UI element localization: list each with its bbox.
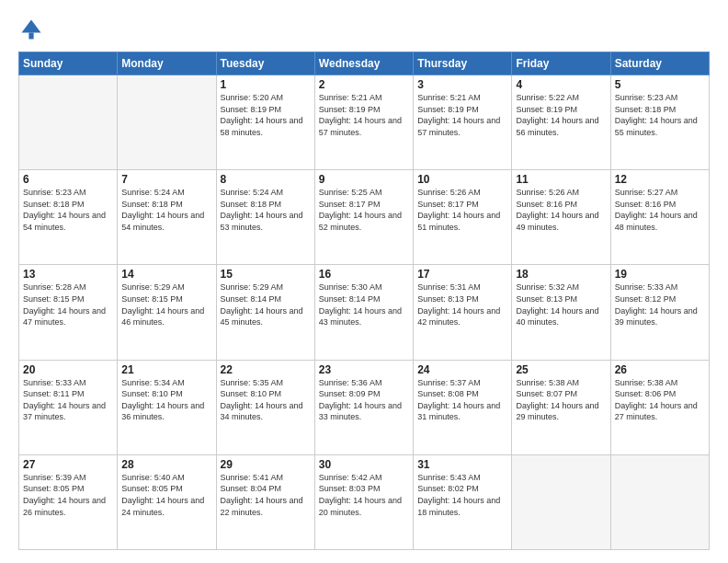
col-header-sunday: Sunday (19, 52, 118, 75)
day-number: 15 (221, 268, 311, 281)
calendar-cell: 21Sunrise: 5:34 AMSunset: 8:10 PMDayligh… (118, 360, 216, 454)
page: SundayMondayTuesdayWednesdayThursdayFrid… (0, 0, 728, 563)
cell-info: Sunrise: 5:22 AMSunset: 8:19 PMDaylight:… (516, 92, 606, 138)
calendar-cell: 11Sunrise: 5:26 AMSunset: 8:16 PMDayligh… (512, 170, 610, 265)
calendar-cell: 30Sunrise: 5:42 AMSunset: 8:03 PMDayligh… (314, 454, 413, 549)
day-number: 5 (615, 78, 705, 91)
day-number: 23 (319, 363, 409, 376)
cell-info: Sunrise: 5:41 AMSunset: 8:04 PMDaylight:… (221, 472, 311, 518)
day-number: 25 (516, 363, 606, 376)
calendar-cell: 19Sunrise: 5:33 AMSunset: 8:12 PMDayligh… (610, 265, 709, 360)
calendar-cell: 15Sunrise: 5:29 AMSunset: 8:14 PMDayligh… (216, 265, 314, 360)
col-header-friday: Friday (512, 52, 610, 75)
cell-info: Sunrise: 5:31 AMSunset: 8:13 PMDaylight:… (417, 282, 507, 327)
day-number: 7 (121, 173, 211, 186)
calendar-cell: 6Sunrise: 5:23 AMSunset: 8:18 PMDaylight… (19, 170, 118, 265)
cell-info: Sunrise: 5:24 AMSunset: 8:18 PMDaylight:… (121, 187, 211, 233)
cell-info: Sunrise: 5:35 AMSunset: 8:10 PMDaylight:… (221, 377, 311, 423)
day-number: 24 (417, 363, 507, 376)
logo-icon (18, 17, 44, 42)
day-number: 27 (23, 458, 113, 471)
cell-info: Sunrise: 5:42 AMSunset: 8:03 PMDaylight:… (319, 472, 409, 518)
cell-info: Sunrise: 5:37 AMSunset: 8:08 PMDaylight:… (417, 377, 507, 423)
calendar-cell: 12Sunrise: 5:27 AMSunset: 8:16 PMDayligh… (610, 170, 709, 265)
calendar-cell: 28Sunrise: 5:40 AMSunset: 8:05 PMDayligh… (118, 454, 216, 549)
cell-info: Sunrise: 5:20 AMSunset: 8:19 PMDaylight:… (221, 92, 311, 138)
cell-info: Sunrise: 5:28 AMSunset: 8:15 PMDaylight:… (23, 282, 113, 327)
day-number: 13 (23, 268, 113, 281)
cell-info: Sunrise: 5:30 AMSunset: 8:14 PMDaylight:… (319, 282, 409, 327)
day-number: 21 (121, 363, 211, 376)
calendar-cell: 17Sunrise: 5:31 AMSunset: 8:13 PMDayligh… (414, 265, 512, 360)
calendar-cell: 7Sunrise: 5:24 AMSunset: 8:18 PMDaylight… (118, 170, 216, 265)
calendar-cell: 26Sunrise: 5:38 AMSunset: 8:06 PMDayligh… (610, 360, 709, 454)
day-number: 3 (417, 78, 507, 91)
calendar-cell: 8Sunrise: 5:24 AMSunset: 8:18 PMDaylight… (216, 170, 314, 265)
calendar-cell: 14Sunrise: 5:29 AMSunset: 8:15 PMDayligh… (118, 265, 216, 360)
calendar-cell: 31Sunrise: 5:43 AMSunset: 8:02 PMDayligh… (414, 454, 512, 549)
cell-info: Sunrise: 5:24 AMSunset: 8:18 PMDaylight:… (221, 187, 311, 233)
calendar-cell: 24Sunrise: 5:37 AMSunset: 8:08 PMDayligh… (414, 360, 512, 454)
svg-marker-0 (22, 20, 41, 33)
day-number: 29 (221, 458, 311, 471)
day-number: 26 (615, 363, 705, 376)
calendar-cell (512, 454, 610, 549)
col-header-thursday: Thursday (414, 52, 512, 75)
day-number: 4 (516, 78, 606, 91)
cell-info: Sunrise: 5:29 AMSunset: 8:14 PMDaylight:… (221, 282, 311, 327)
day-number: 11 (516, 173, 606, 186)
day-number: 12 (615, 173, 705, 186)
day-number: 31 (417, 458, 507, 471)
calendar-cell: 27Sunrise: 5:39 AMSunset: 8:05 PMDayligh… (19, 454, 118, 549)
calendar-cell: 5Sunrise: 5:23 AMSunset: 8:18 PMDaylight… (610, 75, 709, 170)
cell-info: Sunrise: 5:38 AMSunset: 8:06 PMDaylight:… (615, 377, 705, 423)
day-number: 2 (319, 78, 409, 91)
cell-info: Sunrise: 5:27 AMSunset: 8:16 PMDaylight:… (615, 187, 705, 233)
calendar-cell (118, 75, 216, 170)
week-row-5: 27Sunrise: 5:39 AMSunset: 8:05 PMDayligh… (19, 454, 710, 549)
calendar-cell: 9Sunrise: 5:25 AMSunset: 8:17 PMDaylight… (314, 170, 413, 265)
cell-info: Sunrise: 5:23 AMSunset: 8:18 PMDaylight:… (23, 187, 113, 233)
col-header-saturday: Saturday (610, 52, 709, 75)
cell-info: Sunrise: 5:33 AMSunset: 8:12 PMDaylight:… (615, 282, 705, 327)
day-number: 22 (221, 363, 311, 376)
calendar-cell (610, 454, 709, 549)
col-header-tuesday: Tuesday (216, 52, 314, 75)
logo (18, 17, 48, 42)
calendar-cell: 1Sunrise: 5:20 AMSunset: 8:19 PMDaylight… (216, 75, 314, 170)
cell-info: Sunrise: 5:33 AMSunset: 8:11 PMDaylight:… (23, 377, 113, 423)
week-row-4: 20Sunrise: 5:33 AMSunset: 8:11 PMDayligh… (19, 360, 710, 454)
calendar-cell: 2Sunrise: 5:21 AMSunset: 8:19 PMDaylight… (314, 75, 413, 170)
calendar-cell: 3Sunrise: 5:21 AMSunset: 8:19 PMDaylight… (414, 75, 512, 170)
cell-info: Sunrise: 5:26 AMSunset: 8:17 PMDaylight:… (417, 187, 507, 233)
day-number: 28 (121, 458, 211, 471)
day-number: 18 (516, 268, 606, 281)
day-number: 14 (121, 268, 211, 281)
day-number: 30 (319, 458, 409, 471)
cell-info: Sunrise: 5:32 AMSunset: 8:13 PMDaylight:… (516, 282, 606, 327)
day-number: 9 (319, 173, 409, 186)
cell-info: Sunrise: 5:21 AMSunset: 8:19 PMDaylight:… (319, 92, 409, 138)
cell-info: Sunrise: 5:21 AMSunset: 8:19 PMDaylight:… (417, 92, 507, 138)
calendar-cell: 4Sunrise: 5:22 AMSunset: 8:19 PMDaylight… (512, 75, 610, 170)
cell-info: Sunrise: 5:43 AMSunset: 8:02 PMDaylight:… (417, 472, 507, 518)
day-number: 19 (615, 268, 705, 281)
cell-info: Sunrise: 5:25 AMSunset: 8:17 PMDaylight:… (319, 187, 409, 233)
cell-info: Sunrise: 5:26 AMSunset: 8:16 PMDaylight:… (516, 187, 606, 233)
week-row-2: 6Sunrise: 5:23 AMSunset: 8:18 PMDaylight… (19, 170, 710, 265)
calendar-cell: 10Sunrise: 5:26 AMSunset: 8:17 PMDayligh… (414, 170, 512, 265)
calendar-table: SundayMondayTuesdayWednesdayThursdayFrid… (18, 52, 710, 550)
cell-info: Sunrise: 5:36 AMSunset: 8:09 PMDaylight:… (319, 377, 409, 423)
week-row-1: 1Sunrise: 5:20 AMSunset: 8:19 PMDaylight… (19, 75, 710, 170)
calendar-cell: 18Sunrise: 5:32 AMSunset: 8:13 PMDayligh… (512, 265, 610, 360)
cell-info: Sunrise: 5:29 AMSunset: 8:15 PMDaylight:… (121, 282, 211, 327)
week-row-3: 13Sunrise: 5:28 AMSunset: 8:15 PMDayligh… (19, 265, 710, 360)
day-number: 1 (221, 78, 311, 91)
calendar-cell: 25Sunrise: 5:38 AMSunset: 8:07 PMDayligh… (512, 360, 610, 454)
cell-info: Sunrise: 5:23 AMSunset: 8:18 PMDaylight:… (615, 92, 705, 138)
cell-info: Sunrise: 5:39 AMSunset: 8:05 PMDaylight:… (23, 472, 113, 518)
calendar-cell: 13Sunrise: 5:28 AMSunset: 8:15 PMDayligh… (19, 265, 118, 360)
svg-rect-1 (28, 33, 33, 40)
col-header-monday: Monday (118, 52, 216, 75)
calendar-cell: 16Sunrise: 5:30 AMSunset: 8:14 PMDayligh… (314, 265, 413, 360)
